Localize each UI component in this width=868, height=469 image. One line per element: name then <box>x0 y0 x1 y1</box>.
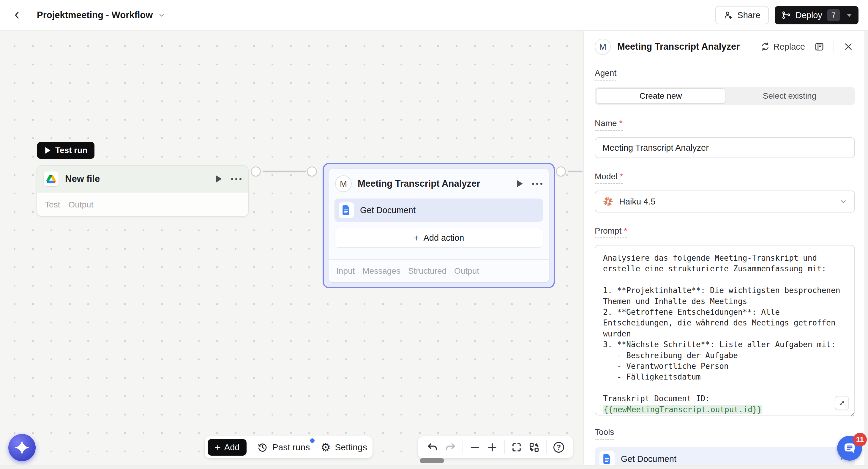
action-get-document[interactable]: Get Document <box>335 199 543 222</box>
ai-assistant-button[interactable] <box>8 434 36 461</box>
resize-handle-icon[interactable] <box>849 411 855 417</box>
workflow-title-group[interactable]: Projektmeeting - Workflow <box>37 10 165 21</box>
node-menu-button[interactable] <box>532 183 542 185</box>
deploy-caret-icon[interactable] <box>847 14 852 17</box>
run-node-button[interactable] <box>516 180 523 187</box>
play-icon <box>44 147 51 154</box>
bottom-edge-strip <box>0 465 868 469</box>
share-person-plus-icon <box>724 10 733 20</box>
toolbar-divider <box>546 440 547 454</box>
node-new-file[interactable]: New file Test Output <box>36 165 249 217</box>
workflow-title: Projektmeeting - Workflow <box>37 10 153 21</box>
tab-test[interactable]: Test <box>45 200 60 209</box>
name-input[interactable]: Meeting Transcript Analyzer <box>595 137 855 158</box>
input-port[interactable] <box>307 167 317 177</box>
history-icon <box>257 442 268 453</box>
template-variable: {{newMeetingTranscript.output.id}} <box>603 405 762 414</box>
close-icon[interactable] <box>842 40 855 53</box>
required-asterisk: * <box>624 226 627 235</box>
chevron-down-icon <box>839 198 847 205</box>
canvas-toolbar: + Add Past runs ⚙ Settings <box>205 436 373 458</box>
output-port-analyzer[interactable] <box>556 167 566 177</box>
past-runs-button[interactable]: Past runs <box>257 442 310 453</box>
tools-label: Tools <box>595 428 614 440</box>
past-runs-label: Past runs <box>272 442 310 452</box>
add-label: Add <box>224 443 240 452</box>
zoom-out-button[interactable] <box>470 442 480 453</box>
add-action-button[interactable]: + Add action <box>335 228 543 247</box>
panel-avatar: M <box>595 39 611 55</box>
agent-label: Agent <box>595 68 616 81</box>
analyzer-avatar: M <box>335 175 352 192</box>
sparkle-icon <box>14 440 30 455</box>
deploy-count-badge: 7 <box>827 9 840 21</box>
edge-connector <box>262 171 306 172</box>
panel-title: Meeting Transcript Analyzer <box>617 41 754 52</box>
settings-label: Settings <box>335 442 367 452</box>
chat-unread-badge: 11 <box>853 433 867 446</box>
add-action-label: Add action <box>423 233 464 243</box>
node-analyzer-title: Meeting Transcript Analyzer <box>358 178 510 189</box>
fit-view-icon[interactable] <box>511 442 522 453</box>
zoom-toolbar: ? <box>418 436 573 458</box>
model-label: Model* <box>595 172 623 184</box>
replace-button[interactable]: Replace <box>761 42 805 52</box>
deploy-button[interactable]: Deploy 7 <box>775 6 859 24</box>
toolbar-divider <box>504 440 505 454</box>
test-run-button[interactable]: Test run <box>37 142 94 159</box>
tab-messages[interactable]: Messages <box>363 266 400 276</box>
tab-output[interactable]: Output <box>454 266 479 276</box>
google-drive-icon <box>44 172 59 186</box>
expand-prompt-button[interactable] <box>835 396 849 410</box>
node-analyzer-selected[interactable]: M Meeting Transcript Analyzer <box>322 163 555 288</box>
tool-name: Get Document <box>621 454 835 464</box>
redo-button[interactable] <box>445 442 456 453</box>
edge-connector-right <box>568 171 583 172</box>
horizontal-scrollbar-thumb[interactable] <box>420 458 444 463</box>
settings-button[interactable]: ⚙ Settings <box>320 442 367 453</box>
share-button[interactable]: Share <box>715 6 769 24</box>
replace-label: Replace <box>774 42 805 52</box>
side-panel-icon[interactable] <box>813 40 826 53</box>
tab-select-existing[interactable]: Select existing <box>725 88 854 104</box>
header-divider <box>834 40 834 53</box>
node-analyzer-tabs: Input Messages Structured Output <box>329 259 549 282</box>
notification-dot <box>310 438 315 443</box>
workflow-canvas[interactable]: Test run New file <box>0 31 583 469</box>
model-select[interactable]: Haiku 4.5 <box>595 190 855 212</box>
model-value: Haiku 4.5 <box>619 197 656 207</box>
chevron-down-icon <box>158 11 165 19</box>
google-docs-icon <box>599 451 615 467</box>
auto-layout-icon[interactable] <box>528 442 540 453</box>
gear-icon: ⚙ <box>320 442 331 453</box>
required-asterisk: * <box>619 119 623 128</box>
back-button[interactable] <box>8 6 27 25</box>
node-analyzer-header: M Meeting Transcript Analyzer <box>329 169 549 197</box>
prompt-textarea[interactable]: Analysiere das folgende Meeting-Transkri… <box>595 245 855 415</box>
prompt-label: Prompt* <box>595 226 627 238</box>
agent-tabs: Create new Select existing <box>595 87 855 105</box>
add-node-button[interactable]: + Add <box>208 439 247 456</box>
panel-scrollbar[interactable] <box>864 31 868 469</box>
swap-icon <box>761 42 770 51</box>
name-label: Name* <box>595 119 623 131</box>
name-value: Meeting Transcript Analyzer <box>602 143 709 153</box>
tab-output[interactable]: Output <box>68 200 93 209</box>
output-port[interactable] <box>251 167 261 177</box>
chevron-left-icon <box>13 11 22 20</box>
branch-icon <box>781 10 791 20</box>
node-menu-button[interactable] <box>231 178 242 180</box>
google-docs-icon <box>339 202 354 218</box>
share-label: Share <box>737 10 760 20</box>
undo-button[interactable] <box>427 442 438 453</box>
tab-input[interactable]: Input <box>336 266 355 276</box>
tab-structured[interactable]: Structured <box>408 266 446 276</box>
run-node-button[interactable] <box>215 175 222 183</box>
toolbar-divider <box>463 440 463 454</box>
test-run-label: Test run <box>55 146 87 155</box>
zoom-in-button[interactable] <box>487 442 498 453</box>
tab-create-new[interactable]: Create new <box>596 88 725 104</box>
claude-logo-icon <box>602 196 614 207</box>
deploy-label: Deploy <box>796 10 822 20</box>
help-button[interactable]: ? <box>553 442 564 453</box>
